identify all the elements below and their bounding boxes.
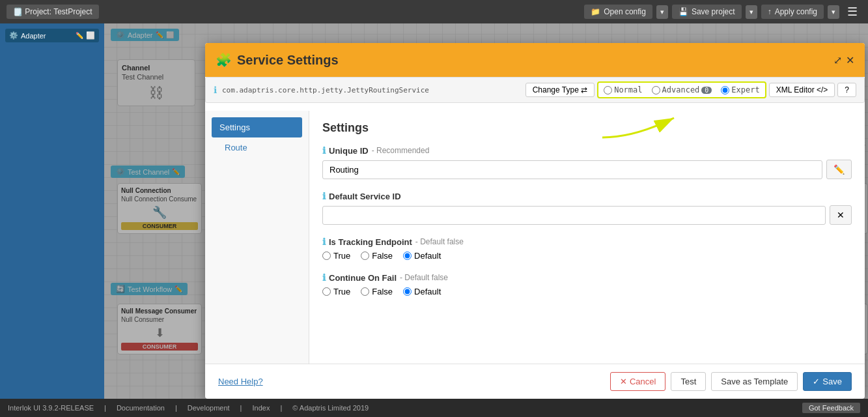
view-toggle-group: Change Type ⇄ Normal Advanced 0 — [525, 81, 856, 98]
tracking-default-label[interactable]: Default — [403, 251, 441, 261]
adapter-sidebar-label: ⚙️ Adapter ✏️ ⬜ — [5, 29, 99, 42]
index-link[interactable]: Index — [252, 404, 270, 412]
top-bar: 🗒️ Project: TestProject 📁 Open config ▾ … — [0, 0, 868, 23]
view-mode-outlined-group: Normal Advanced 0 Expert — [597, 81, 766, 98]
tracking-false-label[interactable]: False — [361, 251, 393, 261]
open-config-button[interactable]: 📁 Open config — [584, 5, 652, 19]
continue-on-fail-label: ℹ Continue On Fail - Default false — [322, 272, 852, 283]
modal-header: 🧩 Service Settings ⤢ ✕ — [205, 43, 865, 77]
adapter-view-icon[interactable]: ⬜ — [86, 31, 95, 40]
unique-id-input[interactable] — [322, 160, 822, 179]
cancel-x-icon: ✕ — [620, 377, 627, 386]
version-label: Interlok UI 3.9.2-RELEASE — [8, 404, 94, 412]
continue-true-label[interactable]: True — [322, 287, 350, 296]
advanced-radio[interactable] — [652, 86, 660, 94]
documentation-link[interactable]: Documentation — [117, 404, 165, 412]
save-project-button[interactable]: 💾 Save project — [672, 5, 742, 19]
change-type-button[interactable]: Change Type ⇄ — [525, 83, 595, 97]
settings-heading: Settings — [322, 121, 852, 135]
save-icon: 💾 — [679, 7, 688, 16]
left-sidebar: ⚙️ Adapter ✏️ ⬜ — [0, 23, 104, 399]
unique-id-group: ℹ Unique ID - Recommended ✏️ — [322, 145, 852, 179]
project-label: 🗒️ Project: TestProject — [7, 5, 99, 19]
close-modal-button[interactable]: ✕ — [846, 54, 854, 66]
service-class-bar: ℹ com.adaptris.core.http.jetty.JettyRout… — [205, 77, 865, 103]
help-button[interactable]: ? — [837, 83, 856, 97]
footer-right-buttons: ✕ Cancel Test Save as Template ✓ Save — [610, 372, 852, 391]
tracking-true-label[interactable]: True — [322, 251, 350, 261]
normal-radio[interactable] — [604, 86, 612, 94]
info-icon: ℹ — [214, 85, 217, 95]
continue-info-icon: ℹ — [322, 272, 326, 283]
development-link[interactable]: Development — [188, 404, 230, 412]
expand-modal-button[interactable]: ⤢ — [833, 54, 842, 66]
modal-footer: Need Help? ✕ Cancel Test Save as Templat… — [205, 364, 865, 399]
save-button[interactable]: ✓ Save — [803, 372, 852, 391]
expert-radio[interactable] — [721, 86, 729, 94]
puzzle-icon: 🧩 — [216, 52, 232, 68]
continue-on-fail-group: ℹ Continue On Fail - Default false True — [322, 272, 852, 296]
expert-radio-label[interactable]: Expert — [717, 84, 763, 96]
continue-default-label[interactable]: Default — [403, 287, 441, 296]
tracking-default-radio[interactable] — [403, 252, 412, 260]
continue-default-radio[interactable] — [403, 287, 412, 296]
feedback-button[interactable]: Got Feedback — [802, 403, 860, 413]
separator2: | — [175, 404, 177, 412]
project-icon: 🗒️ — [13, 7, 23, 16]
separator4: | — [280, 404, 282, 412]
class-path: com.adaptris.core.http.jetty.JettyRoutin… — [222, 86, 429, 94]
cancel-button[interactable]: ✕ Cancel — [610, 372, 665, 391]
xml-editor-button[interactable]: XML Editor </> — [769, 83, 835, 97]
unique-id-edit-button[interactable]: ✏️ — [826, 160, 852, 179]
unique-id-info-icon: ℹ — [322, 145, 326, 156]
modal-body: Settings Route Settings ℹ Unique ID - R — [205, 111, 865, 364]
test-button[interactable]: Test — [671, 372, 706, 391]
apply-config-button[interactable]: ↑ Apply config — [761, 5, 824, 19]
separator3: | — [240, 404, 242, 412]
modal-title: 🧩 Service Settings — [216, 52, 339, 68]
tracking-info-icon: ℹ — [322, 237, 326, 247]
open-config-dropdown[interactable]: ▾ — [656, 5, 668, 19]
advanced-count-badge: 0 — [701, 87, 712, 94]
default-service-id-group: ℹ Default Service ID ✕ — [322, 191, 852, 225]
canvas-area: ⚙️ Adapter ✏️ ⬜ Channel Test Channel ⛓ ⚙… — [104, 23, 868, 399]
adapter-edit-icon[interactable]: ✏️ — [76, 32, 83, 39]
nav-route[interactable]: Route — [212, 137, 302, 158]
modal-settings-content: Settings ℹ Unique ID - Recommended ✏️ — [309, 111, 865, 364]
normal-radio-label[interactable]: Normal — [600, 84, 646, 96]
nav-settings[interactable]: Settings — [212, 117, 302, 137]
default-service-id-label: ℹ Default Service ID — [322, 191, 852, 201]
tracking-true-radio[interactable] — [322, 252, 331, 260]
default-service-id-clear-button[interactable]: ✕ — [830, 205, 852, 225]
adapter-icon: ⚙️ — [9, 31, 18, 40]
unique-id-input-row: ✏️ — [322, 160, 852, 179]
top-bar-right: 📁 Open config ▾ 💾 Save project ▾ ↑ Apply… — [584, 3, 861, 20]
advanced-radio-label[interactable]: Advanced 0 — [648, 84, 716, 96]
unique-id-label: ℹ Unique ID - Recommended — [322, 145, 852, 156]
checkmark-icon: ✓ — [813, 377, 820, 386]
copyright-text: © Adaptris Limited 2019 — [292, 404, 369, 412]
bottom-bar: Interlok UI 3.9.2-RELEASE | Documentatio… — [0, 399, 868, 417]
modal-header-controls: ⤢ ✕ — [833, 54, 854, 66]
apply-config-dropdown[interactable]: ▾ — [828, 5, 839, 19]
service-id-info-icon: ℹ — [322, 191, 326, 201]
separator1: | — [104, 404, 106, 412]
is-tracking-radio-group: True False Default — [322, 251, 852, 261]
continue-false-radio[interactable] — [361, 287, 369, 296]
is-tracking-group: ℹ Is Tracking Endpoint - Default false T… — [322, 237, 852, 261]
upload-icon: ↑ — [768, 7, 772, 16]
need-help-link[interactable]: Need Help? — [218, 377, 263, 386]
service-settings-modal: 🧩 Service Settings ⤢ ✕ ℹ com.adaptris.co… — [205, 43, 865, 399]
bottom-bar-right: Got Feedback — [802, 403, 860, 413]
continue-true-radio[interactable] — [322, 287, 331, 296]
save-as-template-button[interactable]: Save as Template — [711, 372, 798, 391]
continue-on-fail-radio-group: True False Default — [322, 287, 852, 296]
default-service-id-input-row: ✕ — [322, 205, 852, 225]
tracking-false-radio[interactable] — [361, 252, 369, 260]
main-area: ⚙️ Adapter ✏️ ⬜ ⚙️ Adapter ✏️ ⬜ Channel … — [0, 23, 868, 399]
folder-icon: 📁 — [591, 7, 600, 16]
hamburger-menu[interactable]: ☰ — [843, 3, 861, 20]
continue-false-label[interactable]: False — [361, 287, 393, 296]
save-project-dropdown[interactable]: ▾ — [746, 5, 757, 19]
default-service-id-input[interactable] — [322, 206, 826, 225]
